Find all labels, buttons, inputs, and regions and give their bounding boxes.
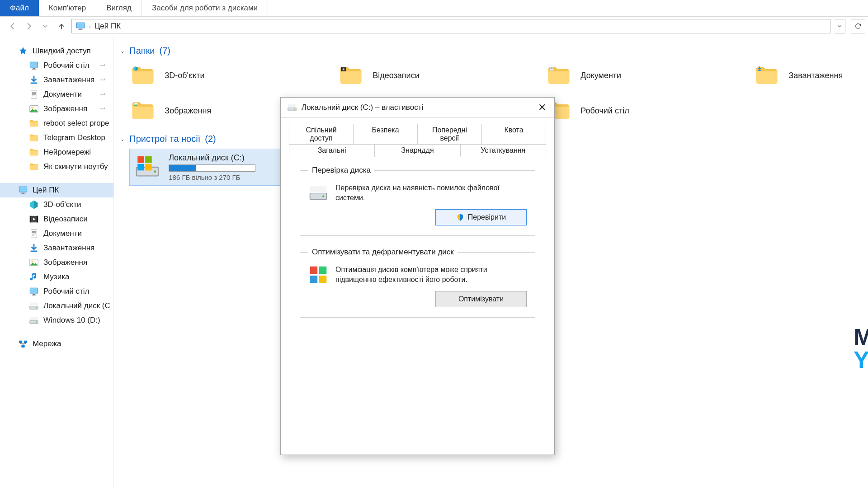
sidebar-item-videos[interactable]: Відеозаписи xyxy=(0,212,113,226)
nav-forward-button xyxy=(23,20,35,33)
watermark-logo: M O Y O xyxy=(854,326,868,371)
drive-item-c[interactable]: Локальний диск (C:) 186 ГБ вільно з 270 … xyxy=(129,149,284,186)
star-icon xyxy=(18,46,28,56)
document-icon xyxy=(29,89,39,99)
sidebar-item-label: reboot select prope xyxy=(43,119,109,128)
drive-name: Локальний диск (C:) xyxy=(169,153,255,163)
tab-quota[interactable]: Квота xyxy=(482,124,546,144)
folder-icon xyxy=(337,62,364,89)
folder-icon xyxy=(29,118,39,128)
sidebar-item-label: Робочий стіл xyxy=(43,287,89,296)
folder-label: 3D-об'єкти xyxy=(165,71,204,80)
sidebar-item-label: Мережа xyxy=(33,339,61,348)
drive-icon xyxy=(308,183,328,203)
sidebar-item-folder[interactable]: Як скинути ноутбу xyxy=(0,160,113,174)
sidebar-item-label: Зображення xyxy=(43,258,87,267)
ribbon-tab-file[interactable]: Файл xyxy=(0,0,39,16)
close-button[interactable]: ✕ xyxy=(530,98,554,117)
dialog-tab-content: Перевірка диска Перевірка диска на наявн… xyxy=(289,156,546,338)
tab-sharing[interactable]: Спільний доступ xyxy=(289,124,354,144)
sidebar-item-pictures[interactable]: Зображення xyxy=(0,255,113,270)
ribbon-tab-computer[interactable]: Комп'ютер xyxy=(39,0,96,16)
check-disk-button[interactable]: Перевірити xyxy=(435,209,527,225)
3d-icon xyxy=(29,200,39,210)
thispc-icon xyxy=(75,21,85,31)
sidebar-network[interactable]: Мережа xyxy=(0,337,113,351)
sidebar-item-music[interactable]: Музика xyxy=(0,270,113,284)
sidebar-item-pictures[interactable]: Зображення xyxy=(0,102,113,116)
groupbox-description: Оптимізація дисків комп'ютера може сприя… xyxy=(335,265,527,284)
optimize-button[interactable]: Оптимізувати xyxy=(435,291,527,307)
address-bar[interactable]: › Цей ПК xyxy=(71,19,830,33)
folder-label: Документи xyxy=(580,71,621,80)
music-icon xyxy=(29,272,39,282)
sidebar-item-downloads[interactable]: Завантаження xyxy=(0,73,113,87)
drive-icon xyxy=(134,154,160,180)
folder-desktop[interactable]: Робочий стіл xyxy=(545,96,740,126)
folder-downloads[interactable]: Завантаження xyxy=(753,61,868,90)
download-icon xyxy=(29,243,39,253)
refresh-button[interactable] xyxy=(851,19,865,33)
sidebar-item-downloads[interactable]: Завантаження xyxy=(0,241,113,255)
folder-3d-objects[interactable]: 3D-об'єкти xyxy=(129,61,324,90)
groupbox-legend: Перевірка диска xyxy=(308,166,374,175)
groupbox-error-checking: Перевірка диска Перевірка диска на наявн… xyxy=(300,166,535,236)
sidebar-item-folder[interactable]: Нейромережі xyxy=(0,145,113,160)
nav-recent-dropdown[interactable] xyxy=(39,20,52,33)
folder-documents[interactable]: Документи xyxy=(545,61,740,90)
tab-hardware[interactable]: Устаткування xyxy=(461,144,546,157)
video-icon xyxy=(29,214,39,224)
sidebar-item-drive-d[interactable]: Windows 10 (D:) xyxy=(0,313,113,328)
groupbox-description: Перевірка диска на наявність помилок фай… xyxy=(335,183,527,202)
sidebar-item-label: Документи xyxy=(43,229,82,238)
sidebar-item-label: Робочий стіл xyxy=(43,61,89,70)
sidebar-item-documents[interactable]: Документи xyxy=(0,226,113,241)
sidebar-item-label: Завантаження xyxy=(43,75,94,84)
folder-icon xyxy=(29,162,39,172)
sidebar-item-folder[interactable]: Telegram Desktop xyxy=(0,131,113,145)
chevron-down-icon: ⌄ xyxy=(120,136,125,142)
tab-tools[interactable]: Знаряддя xyxy=(375,144,460,157)
group-header-folders[interactable]: ⌄ Папки (7) xyxy=(120,46,868,56)
drive-free-text: 186 ГБ вільно з 270 ГБ xyxy=(169,174,255,181)
sidebar-item-3d-objects[interactable]: 3D-об'єкти xyxy=(0,197,113,212)
group-count: (2) xyxy=(205,134,216,144)
sidebar-item-drive-c[interactable]: Локальний диск (C xyxy=(0,299,113,313)
folder-videos[interactable]: Відеозаписи xyxy=(337,61,532,90)
address-location: Цей ПК xyxy=(94,22,121,31)
defrag-icon xyxy=(308,265,328,285)
sidebar-item-desktop[interactable]: Робочий стіл xyxy=(0,284,113,299)
groupbox-optimize: Оптимізувати та дефрагментувати диск Опт… xyxy=(300,248,535,318)
nav-up-button[interactable] xyxy=(55,20,68,33)
document-icon xyxy=(29,229,39,239)
sidebar-item-documents[interactable]: Документи xyxy=(0,87,113,102)
pin-icon xyxy=(97,60,108,71)
tab-security[interactable]: Безпека xyxy=(354,124,418,144)
network-icon xyxy=(18,339,28,349)
ribbon-tab-view[interactable]: Вигляд xyxy=(96,0,142,16)
tab-general[interactable]: Загальні xyxy=(289,144,375,157)
folder-label: Робочий стіл xyxy=(580,106,629,116)
sidebar-item-label: Зображення xyxy=(43,104,87,113)
sidebar-quick-access[interactable]: Швидкий доступ xyxy=(0,44,113,58)
sidebar-item-desktop[interactable]: Робочий стіл xyxy=(0,58,113,73)
sidebar-item-label: Музика xyxy=(43,272,69,282)
group-title: Пристрої та носії xyxy=(129,134,200,144)
ribbon-tab-drive-tools[interactable]: Засоби для роботи з дисками xyxy=(142,0,268,16)
sidebar-item-label: Цей ПК xyxy=(33,186,59,195)
pin-icon xyxy=(97,75,108,85)
button-label: Оптимізувати xyxy=(458,295,504,303)
monitor-icon xyxy=(18,185,28,195)
sidebar-item-folder[interactable]: reboot select prope xyxy=(0,116,113,131)
pin-icon xyxy=(97,103,108,114)
dialog-title: Локальний диск (C:) – властивості xyxy=(302,103,530,112)
folder-icon xyxy=(753,62,780,89)
dialog-titlebar[interactable]: Локальний диск (C:) – властивості ✕ xyxy=(281,98,554,118)
tab-previous-versions[interactable]: Попередні версії xyxy=(418,124,482,144)
sidebar-this-pc[interactable]: Цей ПК xyxy=(0,183,113,197)
sidebar-item-label: Документи xyxy=(43,90,82,99)
folder-icon xyxy=(545,62,572,89)
folder-icon xyxy=(129,97,156,124)
folder-icon xyxy=(129,62,156,89)
address-history-dropdown[interactable] xyxy=(834,19,845,33)
